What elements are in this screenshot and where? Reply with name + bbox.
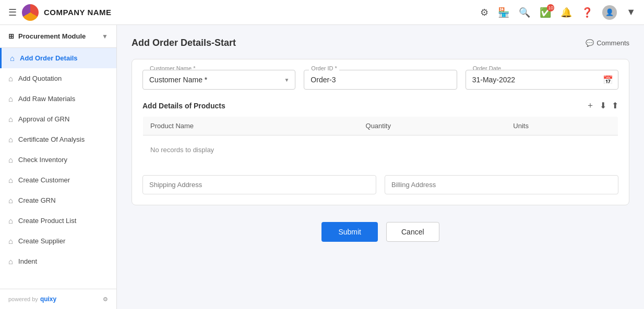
submit-button[interactable]: Submit	[321, 222, 378, 242]
bell-icon[interactable]: 🔔	[560, 7, 572, 18]
home-icon-approval: ⌂	[8, 115, 13, 123]
page-header: Add Order Details-Start 💬 Comments	[132, 38, 629, 48]
sidebar-label-add-raw-materials: Add Raw Materials	[18, 95, 75, 103]
search-icon[interactable]: 🔍	[519, 7, 530, 18]
help-icon[interactable]: ❓	[581, 7, 593, 18]
download-icon[interactable]: ⬇	[600, 101, 606, 110]
sidebar-item-create-supplier[interactable]: ⌂ Create Supplier	[0, 231, 116, 251]
user-avatar[interactable]: 👤	[602, 5, 617, 20]
customer-name-select[interactable]: Customer Name *	[142, 70, 295, 90]
sidebar-label-approval-grn: Approval of GRN	[18, 115, 69, 123]
no-records-text: No records to display	[143, 135, 618, 165]
products-section-title: Add Details of Products	[142, 102, 225, 110]
comments-label: Comments	[597, 39, 629, 47]
user-menu-chevron[interactable]: ▼	[626, 7, 636, 18]
sidebar-item-add-order-details[interactable]: ⌂ Add Order Details	[0, 48, 116, 68]
powered-by-label: powered by	[8, 296, 38, 302]
customer-name-field: Customer Name * Customer Name *	[142, 70, 295, 90]
sidebar-label-product: Create Product List	[18, 217, 76, 225]
company-name: COMPANY NAME	[44, 8, 112, 17]
order-date-input[interactable]	[466, 70, 618, 90]
home-icon-add-raw: ⌂	[8, 94, 13, 103]
products-section-header: Add Details of Products ＋ ⬇ ⬆	[142, 100, 618, 111]
col-units: Units	[506, 117, 618, 135]
products-section-actions: ＋ ⬇ ⬆	[586, 100, 618, 111]
sidebar-settings-icon[interactable]: ⚙	[103, 296, 108, 303]
module-chevron-icon: ▼	[102, 33, 108, 40]
product-table: Product Name Quantity Units No records t…	[142, 116, 618, 165]
sidebar-label-inventory: Check Inventory	[18, 156, 67, 164]
sidebar-module-header[interactable]: ⊞ Procurement Module ▼	[0, 25, 116, 48]
home-icon-grn: ⌂	[8, 196, 13, 205]
table-row-empty: No records to display	[143, 135, 618, 165]
address-row	[142, 175, 618, 194]
hamburger-icon[interactable]: ☰	[8, 7, 17, 18]
col-quantity: Quantity	[359, 117, 506, 135]
sidebar-label-customer: Create Customer	[18, 176, 70, 184]
sidebar-item-add-raw-materials[interactable]: ⌂ Add Raw Materials	[0, 89, 116, 109]
billing-address-field	[385, 175, 618, 194]
sidebar-item-create-customer[interactable]: ⌂ Create Customer	[0, 170, 116, 190]
order-date-field: Order Date 📅	[466, 70, 618, 90]
form-card: Customer Name * Customer Name * Order ID…	[132, 59, 629, 205]
sidebar-label-add-quotation: Add Quotation	[18, 75, 62, 82]
calendar-icon[interactable]: 📅	[603, 75, 613, 85]
topnav: ☰ COMPANY NAME ⚙ 🏪 🔍 ✅ 10 🔔 ❓ 👤 ▼	[0, 0, 644, 25]
order-id-field: Order ID *	[304, 70, 457, 90]
sidebar-item-indent[interactable]: ⌂ Indent	[0, 251, 116, 271]
home-icon-add-quotation: ⌂	[8, 74, 13, 83]
sidebar: ⊞ Procurement Module ▼ ⌂ Add Order Detai…	[0, 25, 117, 309]
sidebar-item-create-product-list[interactable]: ⌂ Create Product List	[0, 211, 116, 231]
settings-icon[interactable]: ⚙	[480, 7, 488, 18]
upload-icon[interactable]: ⬆	[612, 101, 618, 110]
home-icon-indent: ⌂	[8, 257, 13, 266]
add-product-icon[interactable]: ＋	[586, 100, 594, 111]
form-footer: Submit Cancel	[132, 222, 629, 242]
home-icon-add-order: ⌂	[10, 54, 15, 63]
sidebar-item-certificate-of-analysis[interactable]: ⌂ Certificate Of Analysis	[0, 129, 116, 150]
company-logo	[22, 4, 39, 21]
sidebar-item-create-grn[interactable]: ⌂ Create GRN	[0, 190, 116, 211]
home-icon-product: ⌂	[8, 216, 13, 225]
page-title: Add Order Details-Start	[132, 38, 236, 48]
order-id-label: Order ID *	[309, 65, 339, 71]
order-id-input[interactable]	[304, 70, 457, 90]
shipping-address-field	[142, 175, 376, 194]
home-icon-cert: ⌂	[8, 135, 13, 144]
sidebar-footer: powered by quixy ⚙	[0, 289, 116, 309]
store-icon[interactable]: 🏪	[498, 7, 509, 18]
sidebar-module-title-text: Procurement Module	[18, 32, 86, 40]
notification-badge: 10	[547, 4, 554, 11]
col-product-name: Product Name	[143, 117, 359, 135]
sidebar-label-indent: Indent	[18, 257, 37, 265]
sidebar-label-grn: Create GRN	[18, 196, 56, 204]
sidebar-label-supplier: Create Supplier	[18, 237, 65, 245]
tasks-icon[interactable]: ✅ 10	[540, 7, 551, 18]
form-row-1: Customer Name * Customer Name * Order ID…	[142, 70, 618, 90]
home-icon-supplier: ⌂	[8, 237, 13, 245]
shipping-address-input[interactable]	[142, 175, 376, 194]
sidebar-item-check-inventory[interactable]: ⌂ Check Inventory	[0, 150, 116, 170]
sidebar-item-approval-of-grn[interactable]: ⌂ Approval of GRN	[0, 109, 116, 129]
main-content: Add Order Details-Start 💬 Comments Custo…	[117, 25, 644, 309]
home-icon-customer: ⌂	[8, 176, 13, 184]
comments-icon: 💬	[586, 39, 594, 47]
sidebar-label-add-order-details: Add Order Details	[20, 54, 78, 62]
quixy-brand: quixy	[40, 295, 56, 303]
sidebar-label-cert: Certificate Of Analysis	[18, 135, 85, 143]
sidebar-item-add-quotation[interactable]: ⌂ Add Quotation	[0, 68, 116, 89]
home-icon-inventory: ⌂	[8, 155, 13, 164]
cancel-button[interactable]: Cancel	[386, 222, 439, 242]
comments-button[interactable]: 💬 Comments	[586, 39, 629, 47]
module-grid-icon: ⊞	[8, 32, 14, 40]
billing-address-input[interactable]	[385, 175, 618, 194]
